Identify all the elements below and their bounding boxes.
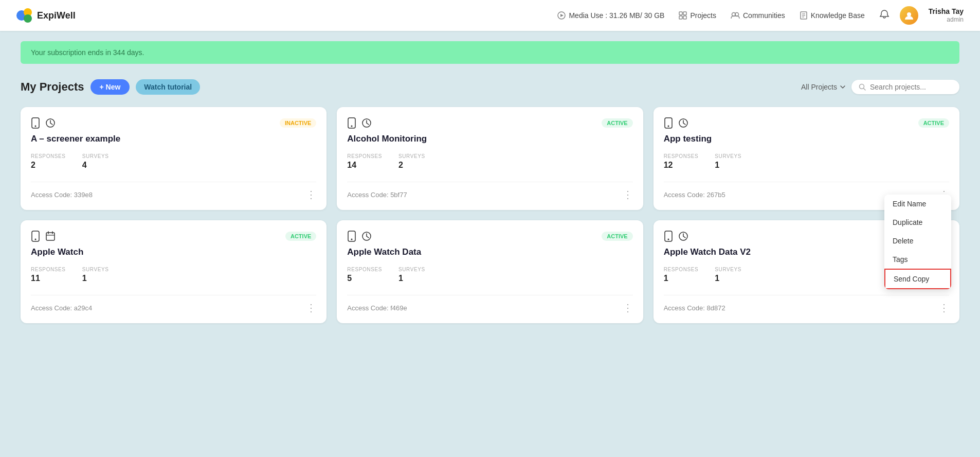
surveys-stat-4: SURVEYS 1 bbox=[82, 267, 109, 283]
clock-icon bbox=[678, 118, 688, 128]
clock-icon bbox=[678, 231, 688, 241]
svg-rect-8 bbox=[683, 16, 686, 19]
context-menu-send-copy[interactable]: Send Copy bbox=[884, 269, 951, 289]
play-icon bbox=[557, 11, 566, 20]
status-badge-3: ACTIVE bbox=[918, 118, 949, 128]
svg-rect-7 bbox=[679, 16, 682, 19]
card-stats-2: RESPONSES 14 SURVEYS 2 bbox=[347, 153, 632, 170]
responses-stat-5: RESPONSES 5 bbox=[347, 267, 382, 283]
responses-stat-2: RESPONSES 14 bbox=[347, 153, 382, 170]
card-menu-button-6[interactable]: ⋮ bbox=[939, 303, 949, 313]
watch-tutorial-button[interactable]: Watch tutorial bbox=[136, 79, 200, 95]
nav-knowledge-base[interactable]: Knowledge Base bbox=[800, 11, 865, 20]
grid-icon bbox=[679, 11, 687, 20]
mobile-icon bbox=[31, 231, 40, 242]
clock-icon bbox=[45, 118, 56, 128]
card-bottom-4: Access Code: a29c4 ⋮ bbox=[31, 295, 316, 313]
send-copy-label: Send Copy bbox=[894, 275, 929, 283]
svg-rect-29 bbox=[46, 233, 55, 240]
card-icons-3 bbox=[664, 117, 688, 129]
section-header: My Projects + New Watch tutorial All Pro… bbox=[21, 79, 959, 95]
card-bottom-6: Access Code: 8d872 ⋮ bbox=[664, 295, 949, 313]
card-stats-5: RESPONSES 5 SURVEYS 1 bbox=[347, 267, 632, 283]
clock-icon bbox=[361, 118, 372, 128]
card-title-5: Apple Watch Data bbox=[347, 247, 632, 257]
knowledge-base-label: Knowledge Base bbox=[811, 11, 865, 20]
filter-bar: All Projects bbox=[801, 80, 959, 94]
context-menu-tags[interactable]: Tags bbox=[884, 250, 951, 269]
status-badge-5: ACTIVE bbox=[602, 232, 632, 241]
card-icons-4 bbox=[31, 231, 56, 242]
svg-point-19 bbox=[35, 126, 37, 127]
surveys-stat-5: SURVEYS 1 bbox=[398, 267, 425, 283]
card-icons-6 bbox=[664, 231, 688, 242]
surveys-stat-2: SURVEYS 2 bbox=[398, 153, 425, 170]
user-role: admin bbox=[929, 16, 964, 24]
status-badge-4: ACTIVE bbox=[285, 232, 316, 241]
card-menu-button-1[interactable]: ⋮ bbox=[306, 189, 316, 200]
avatar[interactable] bbox=[900, 6, 918, 25]
mobile-icon bbox=[347, 117, 356, 129]
nav-communities[interactable]: Communities bbox=[731, 11, 785, 20]
clock-icon bbox=[361, 231, 372, 241]
header: ExpiWell Media Use : 31.26 MB/ 30 GB Pro… bbox=[0, 0, 980, 31]
card-menu-button-2[interactable]: ⋮ bbox=[623, 189, 633, 200]
search-input[interactable] bbox=[870, 83, 952, 91]
project-card-3: ACTIVE App testing RESPONSES 12 SURVEYS … bbox=[654, 107, 959, 210]
logo-text: ExpiWell bbox=[37, 10, 76, 21]
access-code-3: Access Code: 267b5 bbox=[664, 191, 725, 199]
mobile-icon bbox=[31, 117, 40, 129]
new-project-button[interactable]: + New bbox=[90, 79, 130, 95]
communities-label: Communities bbox=[743, 11, 785, 20]
context-menu-edit-name[interactable]: Edit Name bbox=[884, 195, 951, 213]
card-bottom-2: Access Code: 5bf77 ⋮ bbox=[347, 182, 632, 200]
card-top-2: ACTIVE bbox=[347, 117, 632, 129]
filter-label: All Projects bbox=[801, 83, 837, 91]
card-title-2: Alcohol Monitoring bbox=[347, 134, 632, 144]
svg-marker-4 bbox=[560, 14, 564, 17]
context-menu-delete[interactable]: Delete bbox=[884, 232, 951, 250]
logo[interactable]: ExpiWell bbox=[16, 7, 76, 24]
context-menu: Edit Name Duplicate Delete Tags Send Cop… bbox=[884, 195, 951, 289]
svg-rect-5 bbox=[679, 12, 682, 15]
responses-stat-1: RESPONSES 2 bbox=[31, 153, 66, 170]
project-card-4: ACTIVE Apple Watch RESPONSES 11 SURVEYS … bbox=[21, 220, 326, 323]
mobile-icon bbox=[347, 231, 356, 242]
svg-point-37 bbox=[667, 239, 669, 240]
card-icons-2 bbox=[347, 117, 372, 129]
card-top-5: ACTIVE bbox=[347, 231, 632, 242]
svg-point-28 bbox=[35, 239, 37, 240]
user-name: Trisha Tay bbox=[929, 7, 964, 16]
card-menu-button-4[interactable]: ⋮ bbox=[306, 303, 316, 313]
card-top-1: INACTIVE bbox=[31, 117, 316, 129]
project-card-2: ACTIVE Alcohol Monitoring RESPONSES 14 S… bbox=[337, 107, 643, 210]
card-bottom-5: Access Code: f469e ⋮ bbox=[347, 295, 632, 313]
nav-projects[interactable]: Projects bbox=[679, 11, 716, 20]
media-use-label: Media Use : 31.26 MB/ 30 GB bbox=[569, 11, 664, 20]
card-stats-1: RESPONSES 2 SURVEYS 4 bbox=[31, 153, 316, 170]
responses-stat-3: RESPONSES 12 bbox=[664, 153, 699, 170]
surveys-stat-6: SURVEYS 1 bbox=[715, 267, 741, 283]
banner-text: Your subscription ends in 344 days. bbox=[31, 48, 144, 57]
all-projects-filter[interactable]: All Projects bbox=[801, 83, 846, 91]
svg-point-25 bbox=[667, 126, 669, 127]
access-code-6: Access Code: 8d872 bbox=[664, 304, 725, 312]
calendar-icon bbox=[45, 231, 56, 241]
responses-stat-4: RESPONSES 11 bbox=[31, 267, 66, 283]
responses-stat-6: RESPONSES 1 bbox=[664, 267, 699, 283]
status-badge-2: ACTIVE bbox=[602, 118, 632, 128]
search-box[interactable] bbox=[851, 80, 959, 94]
context-menu-duplicate[interactable]: Duplicate bbox=[884, 213, 951, 232]
logo-icon bbox=[16, 7, 33, 24]
svg-point-2 bbox=[24, 14, 32, 23]
surveys-stat-1: SURVEYS 4 bbox=[82, 153, 109, 170]
card-title-4: Apple Watch bbox=[31, 247, 316, 257]
nav-media-use[interactable]: Media Use : 31.26 MB/ 30 GB bbox=[557, 11, 664, 20]
svg-point-22 bbox=[351, 126, 353, 127]
mobile-icon bbox=[664, 117, 673, 129]
project-card-5: ACTIVE Apple Watch Data RESPONSES 5 SURV… bbox=[337, 220, 643, 323]
notification-bell[interactable] bbox=[879, 9, 890, 22]
projects-label: Projects bbox=[690, 11, 716, 20]
user-info: Trisha Tay admin bbox=[929, 7, 964, 24]
card-menu-button-5[interactable]: ⋮ bbox=[623, 303, 633, 313]
